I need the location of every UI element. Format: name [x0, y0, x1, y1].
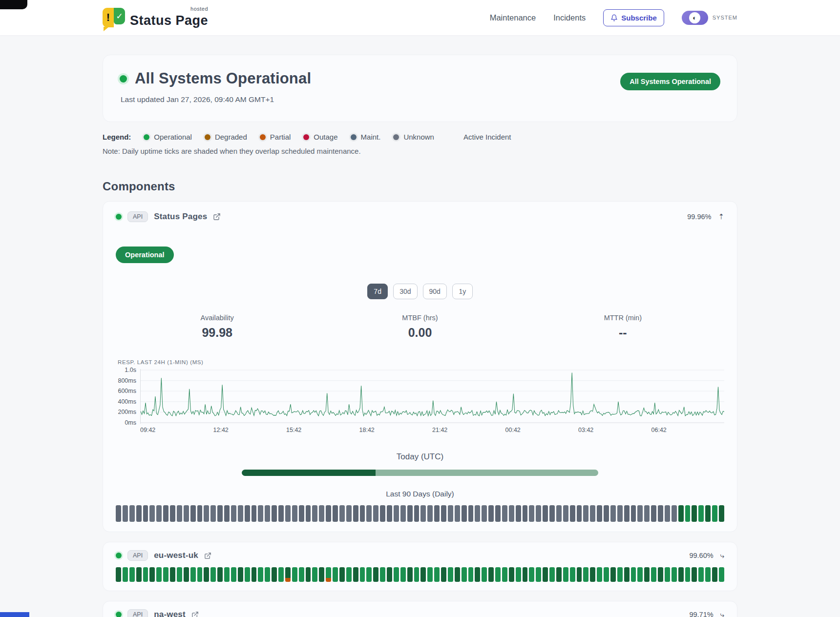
range-button-1y[interactable]: 1y	[452, 284, 473, 299]
uptime-tick[interactable]	[258, 567, 263, 582]
uptime-tick[interactable]	[407, 567, 413, 582]
uptime-tick[interactable]	[366, 567, 372, 582]
uptime-tick[interactable]	[441, 567, 446, 582]
uptime-tick[interactable]	[495, 567, 501, 582]
uptime-tick[interactable]	[312, 505, 317, 522]
uptime-tick[interactable]	[360, 567, 365, 582]
uptime-tick[interactable]	[177, 567, 182, 582]
uptime-tick[interactable]	[190, 505, 196, 522]
uptime-tick[interactable]	[495, 505, 501, 522]
uptime-tick[interactable]	[597, 505, 602, 522]
uptime-tick[interactable]	[617, 505, 623, 522]
uptime-tick[interactable]	[631, 505, 636, 522]
uptime-tick[interactable]	[197, 567, 203, 582]
expand-icon[interactable]: ⤷	[720, 610, 724, 617]
uptime-tick[interactable]	[177, 505, 182, 522]
uptime-tick[interactable]	[123, 567, 128, 582]
external-link-icon[interactable]	[204, 552, 211, 559]
uptime-tick[interactable]	[637, 567, 643, 582]
uptime-tick[interactable]	[590, 567, 595, 582]
uptime-tick[interactable]	[577, 567, 582, 582]
uptime-tick[interactable]	[387, 505, 392, 522]
uptime-tick[interactable]	[563, 567, 568, 582]
uptime-tick[interactable]	[116, 505, 121, 522]
uptime-tick[interactable]	[685, 505, 691, 522]
uptime-tick[interactable]	[170, 567, 175, 582]
uptime-tick[interactable]	[156, 567, 162, 582]
uptime-tick[interactable]	[312, 567, 317, 582]
uptime-tick[interactable]	[434, 505, 440, 522]
uptime-tick[interactable]	[245, 505, 250, 522]
uptime-tick[interactable]	[407, 505, 413, 522]
uptime-tick[interactable]	[658, 567, 663, 582]
uptime-tick[interactable]	[373, 567, 378, 582]
uptime-tick[interactable]	[624, 567, 630, 582]
uptime-tick[interactable]	[149, 567, 155, 582]
uptime-tick[interactable]	[333, 505, 338, 522]
uptime-tick[interactable]	[136, 567, 142, 582]
uptime-tick[interactable]	[577, 505, 582, 522]
uptime-tick[interactable]	[149, 505, 155, 522]
uptime-tick[interactable]	[488, 567, 494, 582]
external-link-icon[interactable]	[213, 213, 221, 221]
nav-link-maintenance[interactable]: Maintenance	[490, 13, 536, 22]
uptime-tick[interactable]	[468, 567, 474, 582]
uptime-tick[interactable]	[617, 567, 623, 582]
expand-icon[interactable]: ⤷	[720, 551, 724, 560]
range-button-30d[interactable]: 30d	[393, 284, 417, 299]
uptime-tick[interactable]	[529, 505, 534, 522]
uptime-tick[interactable]	[441, 505, 446, 522]
uptime-tick[interactable]	[624, 505, 630, 522]
uptime-tick[interactable]	[665, 505, 670, 522]
uptime-tick[interactable]	[705, 505, 711, 522]
uptime-tick[interactable]	[698, 567, 704, 582]
uptime-tick[interactable]	[299, 505, 304, 522]
nav-link-incidents[interactable]: Incidents	[553, 13, 586, 22]
uptime-tick[interactable]	[719, 505, 724, 522]
uptime-tick[interactable]	[285, 567, 291, 582]
range-button-90d[interactable]: 90d	[423, 284, 447, 299]
uptime-tick[interactable]	[394, 567, 399, 582]
uptime-tick[interactable]	[163, 567, 168, 582]
uptime-tick[interactable]	[272, 505, 277, 522]
uptime-tick[interactable]	[434, 567, 440, 582]
uptime-tick[interactable]	[292, 505, 297, 522]
uptime-tick[interactable]	[346, 567, 352, 582]
uptime-tick[interactable]	[217, 567, 223, 582]
uptime-tick[interactable]	[692, 505, 697, 522]
uptime-tick[interactable]	[549, 567, 555, 582]
uptime-tick[interactable]	[353, 505, 358, 522]
uptime-tick[interactable]	[475, 505, 480, 522]
uptime-tick[interactable]	[597, 567, 602, 582]
uptime-tick[interactable]	[462, 505, 467, 522]
uptime-tick[interactable]	[319, 505, 324, 522]
uptime-tick[interactable]	[509, 505, 514, 522]
uptime-tick[interactable]	[231, 567, 236, 582]
uptime-tick[interactable]	[543, 567, 548, 582]
uptime-tick[interactable]	[217, 505, 223, 522]
uptime-tick[interactable]	[190, 567, 196, 582]
uptime-tick[interactable]	[644, 567, 650, 582]
uptime-tick[interactable]	[692, 567, 697, 582]
uptime-tick[interactable]	[238, 567, 243, 582]
uptime-tick[interactable]	[610, 505, 616, 522]
uptime-tick[interactable]	[549, 505, 555, 522]
uptime-tick[interactable]	[394, 505, 399, 522]
uptime-tick[interactable]	[678, 567, 684, 582]
uptime-tick[interactable]	[448, 505, 453, 522]
uptime-tick[interactable]	[604, 567, 609, 582]
uptime-tick[interactable]	[238, 505, 243, 522]
uptime-tick[interactable]	[163, 505, 168, 522]
uptime-tick[interactable]	[292, 567, 297, 582]
uptime-tick[interactable]	[373, 505, 378, 522]
uptime-tick[interactable]	[129, 567, 135, 582]
uptime-tick[interactable]	[224, 505, 230, 522]
uptime-tick[interactable]	[502, 505, 507, 522]
uptime-tick[interactable]	[278, 505, 284, 522]
uptime-tick[interactable]	[319, 567, 324, 582]
uptime-tick[interactable]	[427, 567, 433, 582]
uptime-tick[interactable]	[705, 567, 711, 582]
uptime-tick[interactable]	[637, 505, 643, 522]
uptime-tick[interactable]	[719, 567, 724, 582]
uptime-tick[interactable]	[665, 567, 670, 582]
